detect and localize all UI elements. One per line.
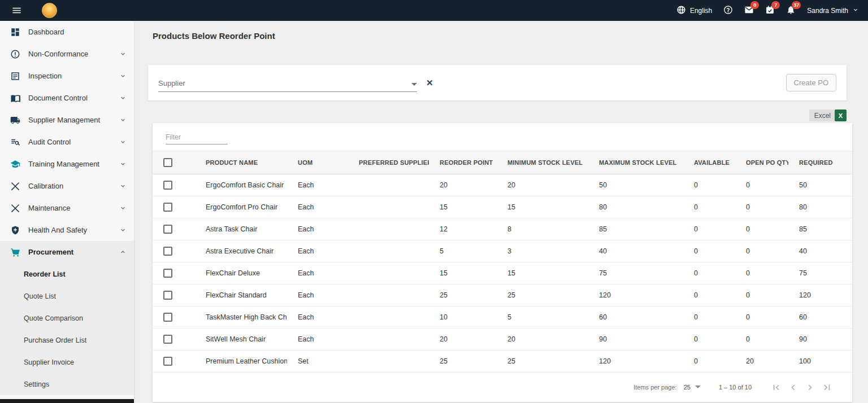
language-selector[interactable]: English <box>676 5 712 16</box>
cell-min-stock: 8 <box>497 218 588 240</box>
shield-icon <box>10 225 21 235</box>
column-header-required: REQUIRED <box>788 151 852 174</box>
row-checkbox[interactable] <box>163 247 172 256</box>
cell-preferred-supplier <box>348 284 429 306</box>
sidebar-item-maintenance[interactable]: Maintenance <box>0 197 134 219</box>
cell-available: 0 <box>683 262 735 284</box>
table-row: ErgoComfort Pro ChairEach1515800080 <box>153 196 852 218</box>
row-checkbox[interactable] <box>163 225 172 234</box>
topbar: English 0 7 <box>0 0 868 21</box>
column-header-maximum-stock-level: MAXIMUM STOCK LEVEL <box>588 151 683 174</box>
column-header-available: AVAILABLE <box>683 151 735 174</box>
sidebar-item-label: Training Management <box>28 160 119 168</box>
sidebar-subitem-quote-comparison[interactable]: Quote Comparison <box>0 307 134 329</box>
cell-uom: Each <box>287 284 348 306</box>
sidebar-item-supplier-management[interactable]: Supplier Management <box>0 109 134 131</box>
sidebar-subitem-settings[interactable]: Settings <box>0 373 134 395</box>
cell-open-po-qty: 0 <box>735 284 788 306</box>
cell-max-stock: 40 <box>588 240 683 262</box>
cell-available: 0 <box>683 218 735 240</box>
cell-product-name: FlexChair Deluxe <box>195 262 287 284</box>
sidebar-item-document-control[interactable]: Document Control <box>0 87 134 109</box>
table-row: ErgoComfort Basic ChairEach2020500050 <box>153 174 852 196</box>
dropdown-arrow-icon <box>695 386 701 388</box>
row-checkbox[interactable] <box>163 269 172 278</box>
next-page-button[interactable] <box>801 379 818 396</box>
items-per-page-select[interactable]: 25 <box>684 384 701 391</box>
cell-max-stock: 80 <box>588 196 683 218</box>
sidebar-item-label: Health And Safety <box>28 226 119 234</box>
sidebar-item-non-conformance[interactable]: Non-Conformance <box>0 43 134 65</box>
cell-min-stock: 3 <box>497 240 588 262</box>
items-per-page-value: 25 <box>684 384 691 391</box>
last-page-button[interactable] <box>818 379 835 396</box>
cell-available: 0 <box>683 351 735 373</box>
row-checkbox[interactable] <box>163 357 172 366</box>
column-header-minimum-stock-level: MINIMUM STOCK LEVEL <box>497 151 588 174</box>
cell-required: 90 <box>788 328 852 351</box>
select-all-checkbox[interactable] <box>163 158 172 167</box>
cell-uom: Each <box>287 196 348 218</box>
cell-max-stock: 85 <box>588 218 683 240</box>
sidebar-item-procurement[interactable]: Procurement <box>0 241 134 263</box>
sidebar-subitem-purchase-order-list[interactable]: Purchase Order List <box>0 329 134 351</box>
company-logo-icon <box>42 3 57 18</box>
sidebar-item-audit-control[interactable]: Audit Control <box>0 131 134 153</box>
excel-icon: X <box>835 109 847 121</box>
column-header-preferred-supplier: PREFERRED SUPPLIER <box>348 151 429 174</box>
alert-circle-icon <box>10 49 21 59</box>
cell-open-po-qty: 0 <box>735 196 788 218</box>
column-header-reorder-point: REORDER POINT <box>429 151 497 174</box>
create-po-button[interactable]: Create PO <box>786 74 836 91</box>
notifications-badge: 37 <box>792 1 801 9</box>
cell-uom: Each <box>287 306 348 328</box>
tasks-button[interactable]: 7 <box>765 5 775 16</box>
cell-uom: Each <box>287 240 348 262</box>
checklist-icon <box>10 71 21 81</box>
sidebar-item-label: Audit Control <box>28 138 119 146</box>
cell-min-stock: 20 <box>497 174 588 196</box>
sidebar-subitem-supplier-invoice[interactable]: Supplier Invoice <box>0 351 134 373</box>
sidebar-item-label: Maintenance <box>28 204 119 212</box>
row-checkbox[interactable] <box>163 203 172 212</box>
sidebar-subitem-quote-list[interactable]: Quote List <box>0 285 134 307</box>
notifications-button[interactable]: 37 <box>786 5 796 16</box>
sidebar-item-label: Dashboard <box>28 28 127 36</box>
dropdown-arrow-icon <box>411 83 417 86</box>
supplier-select[interactable]: Supplier <box>158 74 417 92</box>
cell-reorder-point: 5 <box>429 240 497 262</box>
help-button[interactable] <box>723 5 733 16</box>
dashboard-icon <box>10 27 21 37</box>
menu-icon[interactable] <box>9 3 24 18</box>
table-row: SitWell Mesh ChairEach2020900090 <box>153 328 852 351</box>
row-checkbox[interactable] <box>163 313 172 322</box>
cell-reorder-point: 15 <box>429 196 497 218</box>
messages-button[interactable]: 0 <box>744 5 754 16</box>
cell-max-stock: 75 <box>588 262 683 284</box>
user-menu[interactable]: Sandra Smith <box>807 6 859 15</box>
previous-page-button[interactable] <box>784 379 801 396</box>
cart-icon <box>10 247 21 257</box>
table-filter-input[interactable] <box>166 131 228 144</box>
sidebar-item-dashboard[interactable]: Dashboard <box>0 21 134 43</box>
cell-uom: Each <box>287 262 348 284</box>
table-row: Astra Task ChairEach128850085 <box>153 218 852 240</box>
cell-available: 0 <box>683 196 735 218</box>
sidebar-item-calibration[interactable]: Calibration <box>0 175 134 197</box>
sidebar-subitem-reorder-list[interactable]: Reorder List <box>0 263 134 285</box>
cell-reorder-point: 25 <box>429 284 497 306</box>
row-checkbox[interactable] <box>163 335 172 344</box>
sidebar-item-training-management[interactable]: Training Management <box>0 153 134 175</box>
row-checkbox[interactable] <box>163 181 172 190</box>
row-checkbox[interactable] <box>163 291 172 300</box>
excel-export-button[interactable]: Excel X <box>809 109 847 121</box>
sidebar-item-inspection[interactable]: Inspection <box>0 65 134 87</box>
first-page-button[interactable] <box>767 379 784 396</box>
cell-max-stock: 50 <box>588 174 683 196</box>
cell-min-stock: 25 <box>497 284 588 306</box>
cell-max-stock: 90 <box>588 328 683 351</box>
sidebar-item-health-and-safety[interactable]: Health And Safety <box>0 219 134 241</box>
cell-min-stock: 25 <box>497 351 588 373</box>
clear-filter-icon[interactable]: ✕ <box>426 78 433 87</box>
cell-product-name: FlexChair Standard <box>195 284 287 306</box>
